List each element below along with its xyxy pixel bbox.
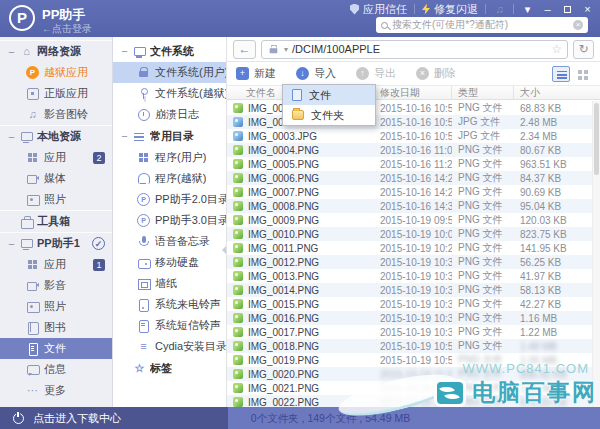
dropdown-item-import-folder[interactable]: 文件夹	[283, 105, 375, 125]
count-badge: 2	[93, 152, 105, 164]
login-hint[interactable]: ←点击登录	[42, 22, 92, 36]
sidebar-item-photos-local[interactable]: 照片	[0, 189, 112, 210]
column-header-size[interactable]: 大小	[514, 86, 600, 99]
collapse-icon[interactable]: −	[120, 130, 129, 142]
address-field[interactable]: ▾ /DCIM/100APPLE ☆	[261, 40, 568, 59]
table-row[interactable]: IMG_0008.PNG2015-10-16 14:32PNG 文件95.04 …	[227, 199, 592, 213]
tree-item-external-drive[interactable]: 移动硬盘	[113, 252, 226, 273]
table-row[interactable]: IMG_0005.PNG2015-10-16 11:23PNG 文件963.51…	[227, 157, 592, 171]
table-row[interactable]: IMG_0013.PNG2015-10-19 10:38PNG 文件41.97 …	[227, 269, 592, 283]
sidebar-section-device-pp1[interactable]: −PP助手1✓	[0, 232, 112, 254]
tree-item-wallpaper[interactable]: 墙纸	[113, 273, 226, 294]
shield-icon	[350, 4, 359, 15]
sidebar-item-more-device[interactable]: ⋯更多	[0, 380, 112, 401]
sidebar-item-genuine-apps[interactable]: 正版应用	[0, 83, 112, 104]
tree-item-programs-user[interactable]: 程序(用户)	[113, 147, 226, 168]
sidebar-item-videos-device[interactable]: 影音	[0, 275, 112, 296]
new-button[interactable]: + 新建	[236, 66, 276, 81]
table-row[interactable]: IMG_0012.PNG2015-10-19 10:38PNG 文件56.25 …	[227, 255, 592, 269]
sidebar-item-media-local[interactable]: 媒体	[0, 168, 112, 189]
sidebar-item-photos-device[interactable]: 照片	[0, 296, 112, 317]
list-view-icon[interactable]	[552, 66, 570, 82]
tree-item-pp3-dir[interactable]: PPP助手3.0目录	[113, 210, 226, 231]
file-name-cell: IMG_0010.PNG	[227, 229, 374, 240]
sidebar-item-apps-local[interactable]: 应用2	[0, 147, 112, 168]
window-menu-icon[interactable]: ▾	[521, 3, 534, 16]
collapse-icon[interactable]: −	[7, 131, 16, 143]
search-box[interactable]: 搜索文件(可使用*?通配符) ×	[376, 17, 588, 33]
delete-button[interactable]: × 删除	[416, 66, 456, 81]
sidebar-item-files-device[interactable]: 文件	[0, 338, 112, 359]
sidebar-section-toolbox[interactable]: 工具箱	[0, 210, 112, 232]
table-row[interactable]: IMG_0016.PNG2015-10-19 10:39PNG 文件1.16 M…	[227, 311, 592, 325]
sidebar-item-jailbreak-apps[interactable]: P越狱应用	[0, 62, 112, 83]
table-row[interactable]: IMG_0004.PNG2015-10-16 11:00PNG 文件80.67 …	[227, 143, 592, 157]
table-row[interactable]: IMG_0010.PNG2015-10-19 10:04PNG 文件823.75…	[227, 227, 592, 241]
tree-section-tags[interactable]: ☆标签	[113, 357, 226, 379]
back-button[interactable]: ←	[233, 40, 256, 59]
table-row[interactable]: IMG_0022.PNG2015-10-19 11:30PNG 文件976.20…	[227, 395, 592, 407]
favorite-star-icon[interactable]: ☆	[551, 42, 562, 56]
table-row[interactable]: IMG_0018.PNG2015-10-19 10:56PNG 文件1.48 M…	[227, 339, 592, 353]
menu-item-app-trust[interactable]: 应用信任	[350, 2, 407, 17]
grid-view-icon[interactable]	[573, 66, 591, 82]
scrollbar[interactable]	[592, 101, 600, 407]
table-row[interactable]: IMG_0021.PNG2015-10-19 11:26PNG 文件1.31 M…	[227, 381, 592, 395]
export-button[interactable]: ↑ 导出	[356, 66, 396, 81]
menu-item-fix-crash[interactable]: 修复闪退	[422, 2, 478, 17]
clear-search-icon[interactable]: ×	[573, 20, 583, 30]
minimize-button[interactable]: –	[541, 3, 554, 16]
table-row[interactable]: IMG_0017.PNG2015-10-19 10:39PNG 文件1.22 M…	[227, 325, 592, 339]
tree-item-crash-logs[interactable]: 崩溃日志	[113, 104, 226, 125]
dropdown-item-import-file[interactable]: 文件	[283, 85, 375, 105]
monitor-icon	[20, 237, 33, 250]
scrollbar-thumb[interactable]	[594, 103, 599, 175]
import-button[interactable]: ↓ 导入	[296, 66, 336, 81]
tree-item-pp2-dir[interactable]: PPP助手2.0目录	[113, 189, 226, 210]
file-date-cell: 2015-10-16 10:53	[374, 131, 452, 142]
tree-item-call-ringtones[interactable]: 系统来电铃声	[113, 294, 226, 315]
table-row[interactable]: IMG_0007.PNG2015-10-16 14:26PNG 文件90.69 …	[227, 185, 592, 199]
tree-item-sms-ringtones[interactable]: 系统短信铃声	[113, 315, 226, 336]
close-button[interactable]: ×	[581, 3, 594, 16]
table-row[interactable]: IMG_0014.PNG2015-10-19 10:38PNG 文件58.13 …	[227, 283, 592, 297]
table-row[interactable]: IMG_0015.PNG2015-10-19 10:39PNG 文件42.27 …	[227, 297, 592, 311]
file-size-cell: 80.67 KB	[514, 145, 592, 156]
current-path[interactable]: /DCIM/100APPLE	[292, 43, 547, 55]
tree-item-voice-memos[interactable]: 语音备忘录	[113, 231, 226, 252]
sidebar-section-local-resources[interactable]: −本地资源	[0, 125, 112, 147]
refresh-button[interactable]: ↻	[573, 40, 594, 59]
tree-section-file-system[interactable]: −文件系统	[113, 40, 226, 62]
collapse-icon[interactable]: −	[7, 238, 16, 250]
table-row[interactable]: IMG_0009.PNG2015-10-19 09:51PNG 文件120.03…	[227, 213, 592, 227]
column-header-type[interactable]: 类型	[452, 86, 514, 99]
table-row[interactable]: IMG_0003.JPG2015-10-16 10:53JPG 文件2.34 M…	[227, 129, 592, 143]
download-center-button[interactable]: 点击进入下载中心	[0, 407, 228, 429]
collapse-icon[interactable]: −	[120, 45, 129, 57]
menu-item-ringtone-maker[interactable]: ♫	[493, 3, 506, 16]
search-input[interactable]: 搜索文件(可使用*?通配符)	[392, 18, 569, 32]
sidebar-item-media-ringtones[interactable]: ♫影音图铃	[0, 104, 112, 125]
file-type-cell: PNG 文件	[452, 241, 514, 255]
table-row[interactable]: IMG_0006.PNG2015-10-16 14:25PNG 文件84.37 …	[227, 171, 592, 185]
sidebar-section-network-resources[interactable]: −⌂网络资源	[0, 40, 112, 62]
maximize-button[interactable]	[561, 3, 574, 16]
tree-item-cydia-dir[interactable]: ≡Cydia安装目录	[113, 336, 226, 357]
more-icon: ⋯	[26, 384, 39, 397]
table-row[interactable]: IMG_0019.PNG2015-10-19 10:56PNG 文件1.05 M…	[227, 353, 592, 367]
table-row[interactable]: IMG_0020.PNG2015-10-19 11:24PNG 文件898.42…	[227, 367, 592, 381]
column-header-date[interactable]: 修改日期	[374, 86, 452, 99]
table-row[interactable]: IMG_0011.PNG2015-10-19 10:26PNG 文件141.95…	[227, 241, 592, 255]
tree-item-fs-user[interactable]: 文件系统(用户)	[113, 62, 226, 83]
sidebar-item-books-device[interactable]: 图书	[0, 317, 112, 338]
address-dropdown-icon[interactable]: ▾	[284, 45, 288, 54]
sidebar-item-messages-device[interactable]: 信息	[0, 359, 112, 380]
main-panel: ← ▾ /DCIM/100APPLE ☆ ↻ + 新建 ↓ 导入 ↑ 导出	[227, 37, 600, 407]
tree-item-programs-jailbreak[interactable]: 程序(越狱)	[113, 168, 226, 189]
toolbox-icon	[20, 215, 33, 228]
collapse-icon[interactable]: −	[7, 46, 16, 58]
file-date-cell: 2015-10-19 09:51	[374, 215, 452, 226]
tree-item-fs-jailbreak[interactable]: 文件系统(越狱)	[113, 83, 226, 104]
tree-section-common-dirs[interactable]: −常用目录	[113, 125, 226, 147]
sidebar-item-apps-device[interactable]: 应用1	[0, 254, 112, 275]
